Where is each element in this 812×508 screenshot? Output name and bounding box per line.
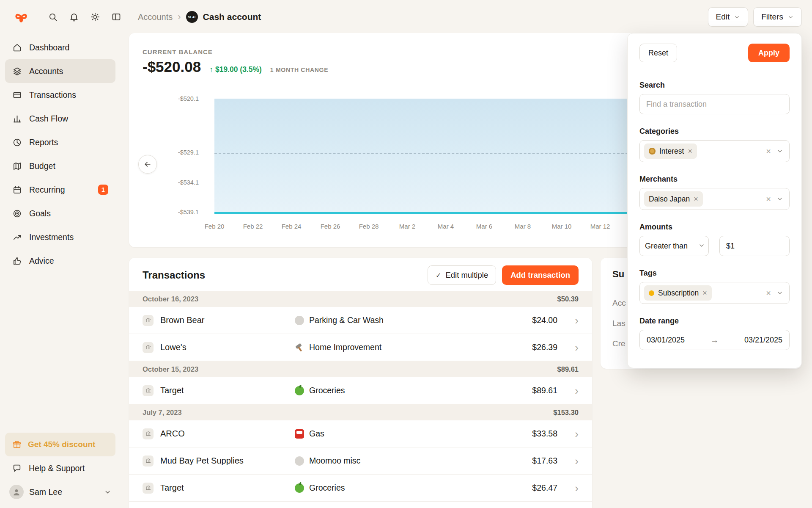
chevron-down-icon[interactable]: [776, 196, 783, 202]
merchant-logo-icon: [143, 315, 154, 326]
merchants-select[interactable]: Daiso Japan × ×: [639, 188, 790, 210]
chevron-right-icon[interactable]: ›: [575, 483, 579, 494]
sidebar-item-accounts[interactable]: Accounts: [5, 59, 115, 83]
merchant-logo-icon: [143, 342, 154, 353]
edit-button-label: Edit: [716, 12, 730, 22]
date-from-value[interactable]: 03/01/2025: [647, 336, 685, 345]
categories-select[interactable]: Interest × ×: [639, 140, 790, 162]
sidebar-item-label: Transactions: [29, 90, 76, 100]
breadcrumb: Accounts › SLAI Cash account: [138, 11, 261, 23]
reset-button[interactable]: Reset: [639, 44, 677, 62]
breadcrumb-accounts-link[interactable]: Accounts: [138, 12, 173, 22]
y-axis-tick: -$520.1: [165, 95, 199, 102]
chart-scroll-left-button[interactable]: [138, 155, 157, 174]
credit-card-icon: [12, 90, 22, 100]
chevron-right-icon[interactable]: ›: [575, 342, 579, 353]
merchant-logo-icon: [143, 456, 154, 467]
clear-icon[interactable]: ×: [766, 146, 771, 156]
merchant-chip: Daiso Japan ×: [644, 191, 703, 207]
sidebar-item-investments[interactable]: Investments: [5, 225, 115, 249]
clear-icon[interactable]: ×: [766, 288, 771, 298]
amount-value-input[interactable]: [719, 236, 790, 256]
user-name: Sam Lee: [29, 487, 62, 497]
sidebar-item-reports[interactable]: Reports: [5, 130, 115, 154]
app-logo-icon[interactable]: [13, 8, 30, 25]
notifications-bell-icon[interactable]: [69, 11, 80, 22]
apply-button[interactable]: Apply: [748, 44, 790, 62]
transaction-amount: $33.58: [532, 429, 557, 439]
sidebar-item-dashboard[interactable]: Dashboard: [5, 36, 115, 59]
sidebar-toggle-icon[interactable]: [111, 11, 122, 22]
date-to-value[interactable]: 03/21/2025: [744, 336, 782, 345]
table-row[interactable]: Brown Bear Parking & Car Wash $24.00 ›: [129, 307, 592, 334]
sidebar-item-advice[interactable]: Advice: [5, 249, 115, 273]
merchant-cell: Target: [143, 385, 295, 396]
x-axis-tick: Feb 26: [313, 223, 347, 230]
category-cell: Groceries: [295, 386, 532, 395]
sidebar-item-transactions[interactable]: Transactions: [5, 83, 115, 107]
transaction-amount: $26.47: [532, 483, 557, 493]
category-icon: [295, 343, 304, 352]
tags-select[interactable]: Subscription × ×: [639, 282, 790, 304]
transactions-actions: ✓ Edit multiple Add transaction: [428, 265, 579, 285]
x-axis-tick: Mar 6: [467, 223, 501, 230]
x-axis-tick: Mar 2: [390, 223, 424, 230]
search-input[interactable]: [639, 94, 790, 114]
arrow-right-icon: →: [710, 335, 719, 345]
chevron-right-icon[interactable]: ›: [575, 428, 579, 439]
sidebar-item-cash-flow[interactable]: Cash Flow: [5, 107, 115, 130]
amount-operator-select[interactable]: Greater than: [639, 236, 709, 256]
discount-banner[interactable]: Get 45% discount: [5, 433, 115, 456]
date-group-total: $153.30: [553, 409, 579, 417]
thumbs-up-icon: [12, 256, 22, 266]
remove-chip-icon[interactable]: ×: [688, 147, 692, 156]
transaction-amount: $89.61: [532, 386, 557, 395]
sidebar-item-label: Advice: [29, 256, 54, 266]
home-icon: [12, 43, 22, 52]
transaction-amount: $26.39: [532, 342, 557, 352]
chevron-down-icon[interactable]: [776, 148, 783, 155]
edit-multiple-button[interactable]: ✓ Edit multiple: [428, 265, 496, 285]
table-row[interactable]: Target Groceries $26.47 ›: [129, 475, 592, 502]
amounts-label: Amounts: [639, 223, 790, 232]
merchant-cell: Mud Bay Pet Supplies: [143, 456, 295, 467]
remove-chip-icon[interactable]: ×: [694, 195, 698, 204]
target-icon: [12, 209, 22, 218]
x-axis-tick: Feb 22: [236, 223, 270, 230]
table-row[interactable]: Target Groceries $89.61 ›: [129, 377, 592, 404]
merchant-name: Lowe's: [160, 342, 187, 352]
date-range-picker[interactable]: 03/01/2025 → 03/21/2025: [639, 330, 790, 350]
table-row[interactable]: Mud Bay Pet Supplies Moomoo misc $17.63 …: [129, 447, 592, 475]
merchant-logo-icon: [143, 428, 154, 439]
select-controls: ×: [766, 146, 785, 156]
table-row[interactable]: ARCO Gas $33.58 ›: [129, 420, 592, 447]
settings-gear-icon[interactable]: [90, 11, 101, 22]
category-label: Groceries: [309, 483, 345, 493]
chevron-right-icon[interactable]: ›: [575, 456, 579, 467]
chevron-down-icon[interactable]: [776, 290, 783, 296]
chevron-right-icon[interactable]: ›: [575, 315, 579, 326]
search-icon[interactable]: [47, 11, 58, 22]
filters-button[interactable]: Filters: [753, 7, 802, 27]
remove-chip-icon[interactable]: ×: [702, 289, 707, 298]
user-menu[interactable]: Sam Lee: [5, 480, 115, 504]
sidebar-item-recurring[interactable]: Recurring 1: [5, 178, 115, 202]
date-group-label: October 16, 2023: [143, 295, 198, 303]
help-support-item[interactable]: Help & Support: [5, 456, 115, 480]
category-chip: Interest ×: [644, 144, 697, 159]
chevron-right-icon[interactable]: ›: [575, 385, 579, 396]
balance-row: -$520.08 ↑ $19.00 (3.5%) 1 MONTH CHANGE: [143, 58, 328, 75]
interest-icon: [649, 148, 656, 155]
transaction-amount: $24.00: [532, 315, 557, 325]
sidebar-item-label: Goals: [29, 209, 51, 218]
x-axis-tick: Feb 28: [352, 223, 386, 230]
add-transaction-button[interactable]: Add transaction: [502, 265, 579, 285]
edit-button[interactable]: Edit: [708, 7, 749, 27]
table-row[interactable]: Lowe's Home Improvement $26.39 ›: [129, 334, 592, 361]
category-label: Groceries: [309, 386, 345, 395]
merchants-label: Merchants: [639, 175, 790, 184]
clear-icon[interactable]: ×: [766, 194, 771, 204]
sidebar-item-goals[interactable]: Goals: [5, 202, 115, 225]
sidebar-item-budget[interactable]: Budget: [5, 154, 115, 178]
date-group-header: October 16, 2023 $50.39: [129, 291, 592, 307]
